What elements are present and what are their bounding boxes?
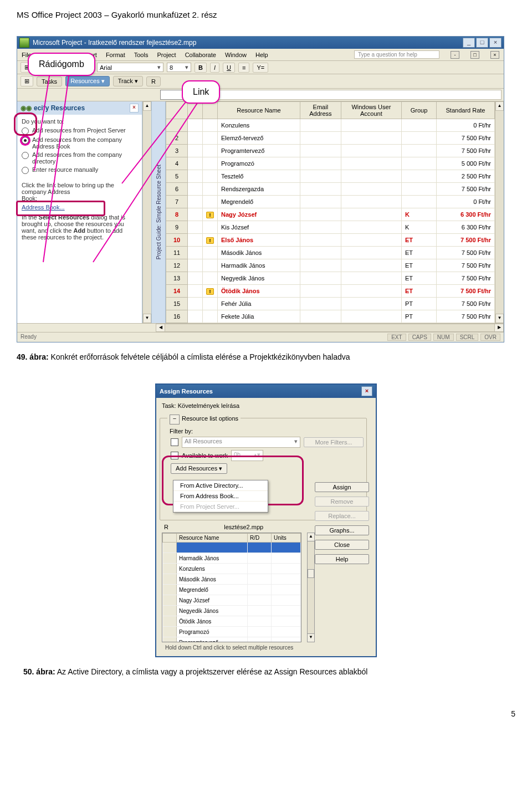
tab-report[interactable]: R bbox=[146, 76, 161, 86]
table-row[interactable]: 13Negyedik JánosET7 500 Ft/hr bbox=[166, 272, 495, 285]
available-checkbox[interactable] bbox=[171, 452, 178, 459]
guide-scrollbar[interactable]: ▲▼ bbox=[142, 101, 151, 323]
menu-window[interactable]: Window bbox=[225, 52, 247, 58]
guide-close-button[interactable]: × bbox=[130, 104, 139, 112]
table-row[interactable]: 5Tesztelő2 500 Ft/hr bbox=[166, 170, 495, 183]
tab-icon[interactable]: ⊞ bbox=[21, 76, 33, 86]
guide-intro: Do you want to: bbox=[22, 118, 136, 125]
main-pane: ◉◉ ecify Resources × Do you want to: Add… bbox=[17, 101, 504, 323]
menu-collaborate[interactable]: Collaborate bbox=[185, 52, 216, 58]
maximize-button[interactable]: □ bbox=[476, 38, 488, 48]
menu-address-book[interactable]: From Address Book... bbox=[173, 491, 268, 502]
resource-grid[interactable]: Resource NameEmail AddressWindows User A… bbox=[166, 101, 495, 323]
table-row[interactable]: 16Fekete JúliaPT7 500 Ft/hr bbox=[166, 310, 495, 323]
table-row[interactable]: 4Programozó5 000 Ft/hr bbox=[166, 157, 495, 170]
tab-resources[interactable]: Resources ▾ bbox=[65, 76, 110, 86]
filter-label: Filter by: bbox=[170, 428, 365, 434]
grid-scrollbar[interactable]: ▲▼ bbox=[495, 101, 504, 323]
list-item[interactable] bbox=[163, 543, 301, 553]
guide-header: ◉◉ ecify Resources × bbox=[17, 101, 142, 115]
more-filters-button[interactable]: More Filters... bbox=[304, 437, 364, 447]
fontsize-combo[interactable]: 8▾ bbox=[167, 63, 191, 72]
radio-option-1[interactable]: Add resources from the company Address B… bbox=[22, 136, 136, 150]
radio-option-2[interactable]: Add resources from the company directory bbox=[22, 151, 136, 165]
child-minimize[interactable]: - bbox=[451, 51, 459, 59]
list-item[interactable]: Programozó bbox=[163, 627, 301, 637]
title-bar: Microsoft Project - Iratkezelő rendszer … bbox=[17, 37, 504, 49]
table-row[interactable]: 8 ! Nagy JózsefK6 300 Ft/hr bbox=[166, 208, 495, 221]
table-row[interactable]: 10 ! Első JánosET7 500 Ft/hr bbox=[166, 234, 495, 247]
list-item[interactable]: Harmadik János bbox=[163, 553, 301, 564]
table-row[interactable]: 9Kis JózsefK6 300 Ft/hr bbox=[166, 221, 495, 234]
help-search-input[interactable]: Type a question for help bbox=[354, 50, 439, 59]
window-title: Microsoft Project - Iratkezelő rendszer … bbox=[33, 39, 196, 47]
list-item[interactable]: Konzulens bbox=[163, 564, 301, 574]
address-book-link[interactable]: Address Book... bbox=[22, 204, 65, 211]
close-button[interactable]: × bbox=[489, 38, 502, 48]
align-button[interactable]: ≡ bbox=[238, 63, 249, 73]
status-ovr: OVR bbox=[480, 334, 500, 341]
menu-tools[interactable]: Tools bbox=[134, 52, 149, 58]
underline-button[interactable]: U bbox=[223, 63, 235, 73]
menu-project[interactable]: Project bbox=[157, 52, 176, 58]
app-window: Microsoft Project - Iratkezelő rendszer … bbox=[17, 36, 504, 342]
collapse-button[interactable]: − bbox=[170, 415, 180, 424]
filter-combo[interactable]: All Resources▾ bbox=[182, 437, 300, 448]
status-num: NUM bbox=[433, 334, 454, 341]
resource-list[interactable]: Resource Name R/D Units Harmadik JánosKo… bbox=[162, 533, 301, 642]
italic-button[interactable]: I bbox=[210, 63, 219, 73]
callout-link: Link bbox=[182, 80, 220, 104]
status-bar: Ready EXT CAPS NUM SCRL OVR bbox=[17, 332, 504, 342]
formula-input[interactable] bbox=[193, 90, 502, 100]
table-row[interactable]: 6Rendszergazda7 500 Ft/hr bbox=[166, 183, 495, 196]
table-row[interactable]: 14 ! Ötödik JánosET7 500 Ft/hr bbox=[166, 285, 495, 298]
guide-paragraph-2: In the Select Resources dialog that is b… bbox=[22, 214, 136, 241]
child-restore[interactable]: □ bbox=[470, 51, 479, 59]
callout-radio: Rádiógomb bbox=[28, 53, 95, 76]
available-hours-input[interactable]: 0h▴▾ bbox=[231, 450, 263, 461]
table-row[interactable]: 11Második JánosET7 500 Ft/hr bbox=[166, 247, 495, 259]
assign-button[interactable]: Assign bbox=[315, 482, 369, 492]
child-close[interactable]: × bbox=[490, 51, 499, 59]
add-resources-menu: From Active Directory... From Address Bo… bbox=[173, 480, 268, 513]
table-row[interactable]: Konzulens0 Ft/hr bbox=[166, 119, 495, 132]
figure-1: Rádiógomb Link Microsoft Project - Iratk… bbox=[17, 36, 504, 342]
list-item[interactable]: Ötödik János bbox=[163, 616, 301, 627]
formula-bar bbox=[17, 89, 504, 101]
add-resources-button[interactable]: Add Resources ▾ bbox=[171, 463, 227, 474]
menu-project-server: From Project Server... bbox=[173, 502, 268, 512]
table-row[interactable]: 2Elemző-tervező7 500 Ft/hr bbox=[166, 132, 495, 145]
app-icon bbox=[19, 38, 29, 48]
remove-button[interactable]: Remove bbox=[315, 497, 369, 507]
font-combo[interactable]: Arial▾ bbox=[97, 63, 163, 72]
table-row[interactable]: 3Programtervező7 500 Ft/hr bbox=[166, 145, 495, 157]
sidebar-vertical-tab[interactable]: Project Guide: Simple Resource Sheet bbox=[151, 101, 166, 323]
menu-help[interactable]: Help bbox=[255, 52, 268, 58]
tab-track[interactable]: Track ▾ bbox=[113, 76, 143, 86]
fx-button[interactable]: Y= bbox=[253, 63, 268, 73]
list-item[interactable]: Programtervező bbox=[163, 637, 301, 643]
dialog-hint: Hold down Ctrl and click to select multi… bbox=[162, 642, 370, 652]
view-tabs: ⊞ Tasks Resources ▾ Track ▾ R bbox=[17, 74, 504, 89]
list-item[interactable]: Nagy József bbox=[163, 595, 301, 606]
list-scrollbar[interactable]: ▲ ▼ bbox=[307, 533, 315, 642]
radio-option-3[interactable]: Enter resource manually bbox=[22, 166, 136, 174]
dialog-close-button[interactable]: × bbox=[361, 386, 372, 396]
list-item[interactable]: Negyedik János bbox=[163, 606, 301, 616]
filter-checkbox[interactable] bbox=[171, 438, 178, 446]
radio-option-0[interactable]: Add resources from Project Server bbox=[22, 127, 136, 135]
list-item[interactable]: Második János bbox=[163, 574, 301, 585]
status-scrl: SCRL bbox=[456, 334, 479, 341]
table-row[interactable]: 7Megrendelő0 Ft/hr bbox=[166, 196, 495, 208]
task-label: Task: Követelmények leírása bbox=[162, 402, 370, 409]
minimize-button[interactable]: _ bbox=[463, 38, 475, 48]
table-row[interactable]: 12Harmadik JánosET7 500 Ft/hr bbox=[166, 259, 495, 272]
tab-tasks[interactable]: Tasks bbox=[37, 76, 62, 86]
table-row[interactable]: 15Fehér JúliaPT7 500 Ft/hr bbox=[166, 298, 495, 310]
bold-button[interactable]: B bbox=[195, 63, 207, 73]
list-item[interactable]: Megrendelő bbox=[163, 585, 301, 595]
menu-active-directory[interactable]: From Active Directory... bbox=[173, 480, 268, 491]
menu-format[interactable]: Format bbox=[106, 52, 125, 58]
replace-button[interactable]: Replace... bbox=[315, 511, 369, 521]
status-ready: Ready bbox=[21, 334, 37, 341]
